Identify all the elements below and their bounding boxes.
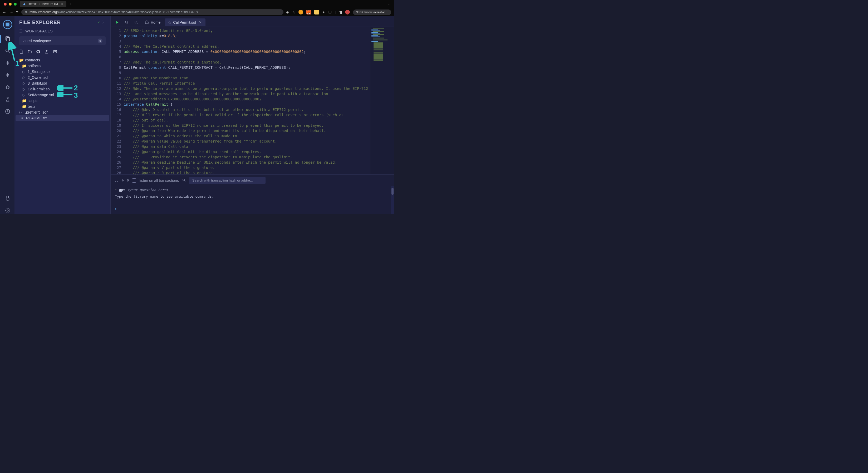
terminal-prompt[interactable]: > — [115, 206, 387, 211]
terminal-output[interactable]: • gpt <your question here> Type the libr… — [111, 186, 391, 214]
terminal-collapse-icon[interactable]: ⌄⌄ — [114, 178, 119, 182]
svg-line-27 — [184, 180, 185, 181]
sidebar-item-deploy[interactable] — [4, 72, 11, 79]
listen-checkbox[interactable] — [132, 178, 136, 183]
json-file-icon: {} — [19, 110, 24, 114]
sidepanel-icon[interactable]: ◨ — [339, 10, 342, 14]
workspaces-label: WORKSPACES — [25, 29, 53, 33]
terminal-panel: ⌄⌄ ⊘ 0 listen on all transactions Search… — [111, 174, 394, 214]
svg-point-7 — [6, 86, 9, 89]
sidebar-item-plugin[interactable] — [4, 195, 11, 202]
terminal-clear-icon[interactable]: ⊘ — [122, 178, 124, 182]
code-content[interactable]: // SPDX-License-Identifier: GPL-3.0-only… — [124, 27, 370, 174]
solidity-file-icon: ◇ — [22, 93, 26, 97]
zoom-in-icon[interactable] — [132, 19, 141, 26]
sidebar-item-learn[interactable] — [4, 96, 11, 103]
new-folder-icon[interactable] — [28, 50, 32, 55]
terminal-pending-count: 0 — [127, 178, 129, 182]
workspace-dropdown-icon[interactable]: ⇅ — [98, 38, 102, 43]
terminal-scrollbar[interactable] — [391, 186, 394, 214]
folder-open-icon: 📂 — [19, 58, 24, 62]
tab-dropdown-icon[interactable]: ⌄ — [386, 2, 392, 6]
update-chrome-button[interactable]: New Chrome available⋮ — [353, 9, 391, 15]
minimap[interactable] — [370, 27, 394, 174]
terminal-search-icon[interactable] — [182, 178, 186, 183]
window-close-button[interactable] — [4, 3, 7, 5]
bookmark-star-icon[interactable]: ☆ — [292, 10, 295, 14]
svg-point-2 — [6, 23, 9, 26]
svg-point-26 — [183, 179, 185, 181]
home-icon — [145, 20, 149, 25]
terminal-search-input[interactable]: Search with transaction hash or addre... — [189, 177, 266, 184]
window-maximize-button[interactable] — [14, 3, 17, 5]
panel-collapse-icon[interactable]: 〉 — [102, 20, 105, 25]
upload-icon[interactable] — [44, 50, 49, 55]
zoom-out-icon[interactable] — [122, 19, 131, 26]
workspaces-menu-icon[interactable]: ☰ — [19, 29, 23, 33]
tree-file-readme[interactable]: 🗎 README.txt — [16, 115, 109, 121]
file-explorer-panel: FILE EXPLORER ✓ 〉 ☰ WORKSPACES tanssi-wo… — [14, 16, 111, 214]
extensions-puzzle-icon[interactable]: ❐ — [329, 10, 332, 14]
line-gutter: 1234567891011121314151617181920212223242… — [111, 27, 124, 174]
sidebar-item-settings[interactable] — [4, 207, 11, 214]
nav-back-icon[interactable]: ← — [3, 10, 6, 14]
site-settings-icon[interactable]: ⚙ — [25, 10, 27, 14]
solidity-file-icon: ◇ — [22, 69, 26, 74]
tree-folder-tests[interactable]: 📁 tests — [14, 104, 111, 109]
tab-callpermit[interactable]: ◇ CallPermit.sol ✕ — [165, 19, 205, 26]
sidebar-item-analytics[interactable] — [4, 108, 11, 115]
remix-logo-icon[interactable] — [2, 19, 13, 30]
window-controls[interactable] — [2, 3, 18, 5]
tree-file-callpermit[interactable]: ◇ CallPermit.sol — [14, 86, 111, 92]
workspace-name: tanssi-workspace — [22, 39, 98, 43]
svg-line-9 — [6, 86, 7, 87]
new-tab-button[interactable]: + — [68, 2, 73, 6]
github-icon[interactable] — [36, 50, 40, 55]
nav-forward-icon[interactable]: → — [10, 10, 13, 14]
svg-point-17 — [7, 210, 8, 211]
solidity-file-icon: ◇ — [22, 76, 26, 80]
load-local-icon[interactable] — [53, 50, 57, 55]
extension-4-icon[interactable]: ⚘ — [322, 10, 326, 14]
svg-line-23 — [137, 23, 137, 24]
tab-close-icon[interactable]: ✕ — [61, 2, 64, 6]
tree-file-prettierrc[interactable]: {} .prettierrc.json — [14, 109, 111, 115]
extension-1-icon[interactable] — [299, 10, 303, 14]
folder-icon: 📁 — [22, 64, 26, 68]
workspace-select[interactable]: tanssi-workspace ⇅ — [19, 36, 105, 45]
icon-sidebar — [0, 16, 14, 214]
sidebar-item-file-explorer[interactable] — [4, 35, 11, 42]
tree-file-ballot[interactable]: ◇ 3_Ballot.sol — [14, 80, 111, 86]
sidebar-item-debugger[interactable] — [4, 84, 11, 91]
window-minimize-button[interactable] — [9, 3, 11, 5]
tree-file-setmessage[interactable]: ◇ SetMessage.sol — [14, 92, 111, 98]
tree-file-owner[interactable]: ◇ 2_Owner.sol — [14, 75, 111, 80]
text-file-icon: 🗎 — [20, 116, 25, 120]
tree-file-storage[interactable]: ◇ 1_Storage.sol — [14, 69, 111, 75]
browser-url-bar: ← → ⟳ ⚙ remix.ethereum.org/#lang=en&opti… — [0, 8, 394, 16]
tab-home[interactable]: Home — [141, 18, 164, 27]
remix-favicon-icon: ◆ — [22, 2, 26, 6]
zoom-icon[interactable]: ⊕ — [286, 10, 289, 14]
tree-folder-scripts[interactable]: 📁 scripts — [14, 98, 111, 104]
profile-avatar-icon[interactable] — [345, 10, 350, 14]
panel-title: FILE EXPLORER — [19, 20, 95, 25]
run-script-button[interactable] — [113, 19, 122, 26]
new-file-icon[interactable] — [19, 50, 24, 55]
sidebar-item-search[interactable] — [4, 48, 11, 54]
tree-folder-artifacts[interactable]: 📁 artifacts — [14, 63, 111, 69]
url-input[interactable]: ⚙ remix.ethereum.org/#lang=en&optimize=f… — [21, 9, 283, 15]
code-editor[interactable]: 1234567891011121314151617181920212223242… — [111, 27, 394, 174]
editor-area: Home ◇ CallPermit.sol ✕ 1234567891011121… — [111, 16, 394, 214]
extension-2-icon[interactable]: 🦊 — [306, 10, 311, 14]
svg-point-15 — [7, 97, 8, 99]
file-toolbar — [14, 49, 111, 57]
compile-status-icon[interactable]: ✓ — [97, 21, 100, 25]
tab-close-icon[interactable]: ✕ — [199, 20, 202, 24]
tree-folder-contracts[interactable]: 📂 contracts — [14, 57, 111, 63]
extension-3-icon[interactable] — [314, 10, 319, 14]
browser-tab-active[interactable]: ◆ Remix - Ethereum IDE ✕ — [20, 1, 66, 7]
reload-icon[interactable]: ⟳ — [16, 10, 19, 14]
editor-tab-bar: Home ◇ CallPermit.sol ✕ — [111, 16, 394, 27]
sidebar-item-compiler[interactable] — [4, 60, 11, 66]
